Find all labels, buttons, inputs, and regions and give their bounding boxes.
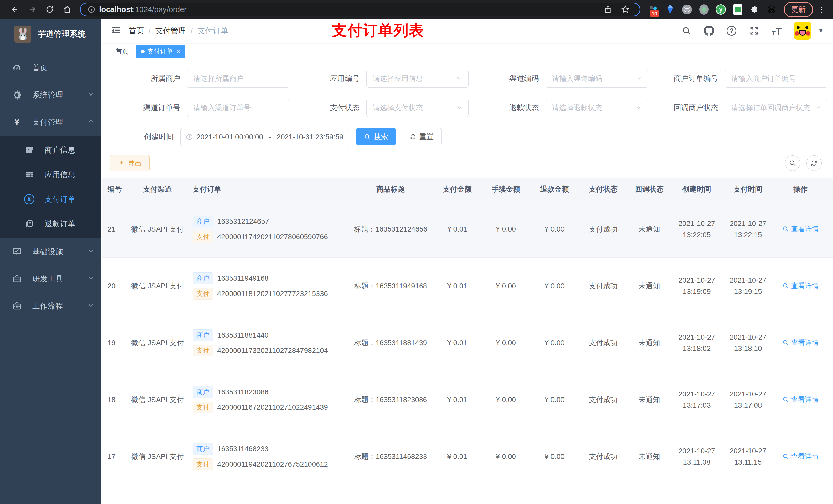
avatar-caret-icon[interactable]: ▼ (818, 27, 824, 34)
app-select[interactable]: 请选择应用信息 (366, 70, 469, 88)
view-detail-link[interactable]: 查看详情 (782, 338, 819, 347)
sidebar-item-pay-order[interactable]: ¥ 支付订单 (0, 187, 101, 212)
gear-icon (11, 89, 23, 101)
table-row: 19 微信 JSAPI 支付 商户1635311881440 支付4200001… (102, 314, 833, 371)
sidebar-item-system[interactable]: 系统管理 (0, 81, 101, 109)
refresh-icon[interactable] (45, 4, 55, 15)
browser-chrome: localhost:1024/pay/order 10 ⌘ y 😃 更新 ⋮ (0, 0, 833, 19)
filter-form: 所属商户 请选择所属商户 应用编号 请选择应用信息 渠道编码 请输入渠道编码 商… (101, 61, 833, 146)
channel-code-select[interactable]: 请输入渠道编码 (546, 70, 648, 88)
close-tab-icon[interactable]: × (176, 48, 180, 55)
extension-area: 10 ⌘ y 😃 (648, 4, 777, 15)
top-navbar: 首页 / 支付管理 / 支付订单 支付订单列表 ? TT (101, 19, 833, 43)
date-range-picker[interactable]: 2021-10-01 00:00:00 - 2021-10-31 23:59:5… (180, 128, 349, 146)
merchant-order-no-input[interactable] (731, 74, 821, 83)
tab-home[interactable]: 首页 (111, 45, 133, 58)
chevron-down-icon (636, 104, 642, 112)
tag-view-bar: 首页 支付订单 × (101, 43, 833, 61)
extension-command-icon[interactable]: ⌘ (682, 4, 692, 15)
merchant-tag: 商户 (193, 216, 213, 227)
filter-pay-status: 支付状态 请选择支付状态 (289, 99, 469, 117)
extension-gem-icon[interactable] (665, 4, 675, 15)
sidebar-item-refund-order[interactable]: 退款订单 (0, 212, 101, 236)
pay-tag: 支付 (193, 402, 213, 413)
search-button[interactable]: 搜索 (356, 128, 396, 145)
sidebar-item-merchant-info[interactable]: 商户信息 (0, 138, 101, 162)
chevron-down-icon (636, 75, 642, 82)
extension-chat-icon[interactable] (733, 4, 743, 15)
filter-refund-status: 退款状态 请选择退款状态 (469, 99, 648, 117)
dashboard-icon (11, 62, 23, 73)
active-dot (141, 50, 145, 53)
table-header: 编号 支付渠道 支付订单 商品标题 支付金额 手续金额 退款金额 支付状态 回调… (102, 178, 833, 201)
table-row: 18 微信 JSAPI 支付 商户1635311823086 支付4200001… (102, 371, 833, 428)
sidebar-item-home[interactable]: 首页 (0, 54, 101, 81)
date-end: 2021-10-31 23:59:59 (277, 133, 343, 141)
sidebar-item-app-info[interactable]: 应用信息 (0, 162, 101, 187)
extension-y-icon[interactable]: y (716, 4, 726, 15)
chevron-up-icon (88, 118, 94, 126)
filter-merchant-order-no: 商户订单编号 (648, 70, 827, 88)
sidebar-item-workflow[interactable]: 工作流程 (0, 292, 101, 320)
pay-tag: 支付 (193, 288, 213, 299)
document-icon (24, 218, 35, 230)
pay-status-select[interactable]: 请选择支付状态 (366, 99, 469, 117)
clock-icon (186, 134, 193, 141)
merchant-select[interactable]: 请选择所属商户 (187, 70, 289, 88)
update-button[interactable]: 更新 (784, 2, 813, 17)
sidebar-item-dev-tools[interactable]: 研发工具 (0, 265, 101, 292)
tab-pay-order[interactable]: 支付订单 × (136, 45, 185, 58)
store-icon (24, 144, 35, 156)
search-icon[interactable] (681, 25, 692, 37)
view-detail-link[interactable]: 查看详情 (782, 452, 819, 461)
help-icon[interactable]: ? (726, 25, 737, 37)
table-row: 17 微信 JSAPI 支付 商户1635311468233 支付4200001… (102, 428, 833, 485)
logo-image: 🐰 (14, 26, 31, 43)
refund-status-select[interactable]: 请选择退款状态 (546, 99, 648, 117)
browser-menu-icon[interactable]: ⋮ (818, 5, 825, 14)
extension-grid-icon[interactable]: 10 (648, 4, 658, 15)
address-bar[interactable]: localhost:1024/pay/order (80, 3, 640, 16)
info-icon[interactable] (86, 4, 97, 15)
chevron-down-icon (88, 91, 94, 99)
export-button[interactable]: 导出 (110, 155, 149, 171)
sidebar-menu: 首页 系统管理 ¥ 支付管理 商户信息 (0, 54, 101, 320)
refresh-table-button[interactable] (806, 155, 822, 171)
filter-create-time: 创建时间 2021-10-01 00:00:00 - 2021-10-31 23… (110, 128, 349, 146)
extension-emoji-icon[interactable]: 😃 (766, 4, 777, 15)
sidebar-item-infrastructure[interactable]: 基础设施 (0, 238, 101, 265)
font-size-icon[interactable]: TT (771, 25, 782, 37)
app-logo: 🐰 芋道管理系统 (0, 19, 101, 48)
home-icon[interactable] (62, 4, 72, 15)
bookmark-star-icon[interactable] (620, 4, 630, 15)
back-icon[interactable] (10, 4, 20, 15)
view-detail-link[interactable]: 查看详情 (782, 281, 819, 290)
breadcrumb-payment[interactable]: 支付管理 (155, 26, 186, 36)
pay-tag: 支付 (193, 458, 213, 470)
user-avatar[interactable] (793, 22, 811, 40)
toolbox-icon (11, 301, 23, 312)
application-window: localhost:1024/pay/order 10 ⌘ y 😃 更新 ⋮ (0, 0, 833, 504)
payment-submenu: 商户信息 应用信息 ¥ 支付订单 退款订单 (0, 136, 101, 238)
breadcrumb-home[interactable]: 首页 (128, 26, 144, 36)
chevron-down-icon (88, 302, 94, 310)
toggle-search-button[interactable] (785, 155, 800, 171)
pay-tag: 支付 (193, 345, 213, 357)
fullscreen-icon[interactable] (748, 25, 760, 37)
collapse-sidebar-icon[interactable] (111, 25, 121, 37)
reset-button[interactable]: 重置 (402, 128, 442, 145)
github-icon[interactable] (704, 25, 715, 37)
sidebar-item-payment[interactable]: ¥ 支付管理 (0, 109, 101, 136)
notify-status-select[interactable]: 请选择订单回调商户状态 (725, 99, 827, 117)
extension-dot-icon[interactable] (699, 4, 709, 15)
forward-icon[interactable] (27, 4, 38, 15)
pay-tag: 支付 (193, 231, 213, 243)
view-detail-link[interactable]: 查看详情 (782, 395, 819, 404)
view-detail-link[interactable]: 查看详情 (782, 224, 819, 234)
app-title: 芋道管理系统 (38, 29, 86, 40)
share-icon[interactable] (603, 4, 613, 15)
extension-puzzle-icon[interactable] (749, 4, 760, 15)
channel-order-no-input[interactable] (193, 104, 283, 112)
navbar-actions: ? TT ▼ (681, 22, 824, 40)
filter-app-id: 应用编号 请选择应用信息 (289, 70, 469, 88)
